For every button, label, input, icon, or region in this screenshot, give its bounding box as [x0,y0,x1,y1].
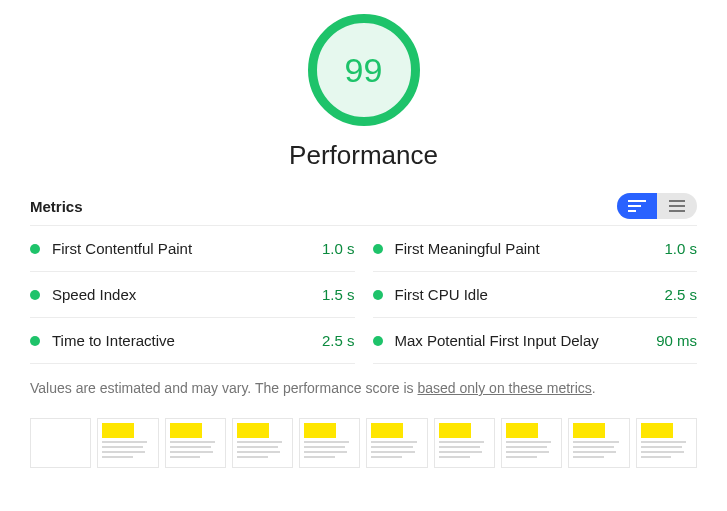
score-title: Performance [289,140,438,171]
status-dot-icon [30,290,40,300]
metric-value: 90 ms [656,332,697,349]
toggle-expanded-button[interactable] [617,193,657,219]
footnote-prefix: Values are estimated and may vary. The p… [30,380,418,396]
metric-name: Time to Interactive [52,332,322,349]
metric-row: Speed Index1.5 s [30,272,355,318]
metric-row: First Meaningful Paint1.0 s [373,226,698,272]
filmstrip-thumbnail[interactable] [30,418,91,468]
metric-name: Speed Index [52,286,322,303]
metric-name: First Contentful Paint [52,240,322,257]
metric-value: 2.5 s [322,332,355,349]
metrics-footnote: Values are estimated and may vary. The p… [30,380,697,396]
filmstrip-thumbnail[interactable] [299,418,360,468]
svg-rect-3 [669,200,685,202]
metric-row: First Contentful Paint1.0 s [30,226,355,272]
filmstrip-thumbnail[interactable] [568,418,629,468]
lines-left-icon [628,200,646,212]
metric-name: Max Potential First Input Delay [395,332,657,349]
metric-name: First CPU Idle [395,286,665,303]
metrics-grid: First Contentful Paint1.0 sFirst Meaning… [30,225,697,364]
score-gauge-section: 99 Performance [30,14,697,171]
score-value: 99 [345,51,383,90]
score-gauge: 99 [308,14,420,126]
status-dot-icon [373,336,383,346]
status-dot-icon [30,244,40,254]
filmstrip-thumbnail[interactable] [434,418,495,468]
filmstrip-thumbnail[interactable] [366,418,427,468]
footnote-link[interactable]: based only on these metrics [418,380,592,396]
toggle-collapsed-button[interactable] [657,193,697,219]
status-dot-icon [373,244,383,254]
status-dot-icon [30,336,40,346]
svg-rect-1 [628,205,641,207]
metric-row: Max Potential First Input Delay90 ms [373,318,698,364]
view-toggle [617,193,697,219]
svg-rect-2 [628,210,636,212]
metrics-header: Metrics [30,193,697,219]
filmstrip-thumbnail[interactable] [636,418,697,468]
filmstrip-thumbnail[interactable] [97,418,158,468]
lines-icon [669,200,685,212]
metrics-heading: Metrics [30,198,83,215]
svg-rect-4 [669,205,685,207]
svg-rect-5 [669,210,685,212]
filmstrip [30,418,697,468]
footnote-suffix: . [592,380,596,396]
filmstrip-thumbnail[interactable] [232,418,293,468]
svg-rect-0 [628,200,646,202]
metric-value: 1.0 s [664,240,697,257]
metric-value: 2.5 s [664,286,697,303]
metric-name: First Meaningful Paint [395,240,665,257]
metric-row: Time to Interactive2.5 s [30,318,355,364]
metric-value: 1.0 s [322,240,355,257]
filmstrip-thumbnail[interactable] [501,418,562,468]
filmstrip-thumbnail[interactable] [165,418,226,468]
metric-value: 1.5 s [322,286,355,303]
metric-row: First CPU Idle2.5 s [373,272,698,318]
status-dot-icon [373,290,383,300]
